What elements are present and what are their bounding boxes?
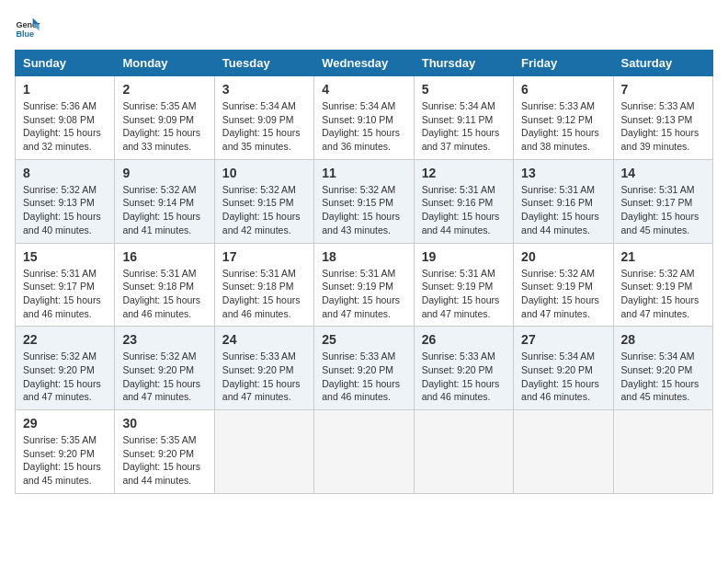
day-cell-28: 28Sunrise: 5:34 AMSunset: 9:20 PMDayligh… (613, 327, 712, 410)
day-number: 11 (322, 166, 405, 180)
day-cell-22: 22Sunrise: 5:32 AMSunset: 9:20 PMDayligh… (16, 327, 115, 410)
day-cell-17: 17Sunrise: 5:31 AMSunset: 9:18 PMDayligh… (214, 243, 313, 327)
col-sunday: Sunday (16, 51, 115, 76)
calendar-header-row: Sunday Monday Tuesday Wednesday Thursday… (16, 51, 713, 76)
day-cell-21: 21Sunrise: 5:32 AMSunset: 9:19 PMDayligh… (613, 243, 712, 327)
empty-cell (314, 410, 414, 494)
day-info: Sunrise: 5:32 AMSunset: 9:15 PMDaylight:… (222, 183, 306, 237)
day-info: Sunrise: 5:31 AMSunset: 9:16 PMDaylight:… (422, 183, 506, 237)
day-number: 15 (23, 249, 107, 264)
day-cell-2: 2Sunrise: 5:35 AMSunset: 9:09 PMDaylight… (115, 76, 214, 160)
day-cell-16: 16Sunrise: 5:31 AMSunset: 9:18 PMDayligh… (115, 243, 214, 327)
day-cell-25: 25Sunrise: 5:33 AMSunset: 9:20 PMDayligh… (314, 327, 414, 410)
empty-cell (514, 410, 613, 494)
day-number: 22 (23, 332, 107, 347)
day-cell-27: 27Sunrise: 5:34 AMSunset: 9:20 PMDayligh… (514, 327, 613, 410)
day-number: 2 (122, 82, 206, 97)
col-saturday: Saturday (613, 51, 712, 76)
day-number: 14 (621, 166, 705, 180)
empty-cell (214, 410, 313, 494)
day-number: 8 (23, 166, 107, 180)
week-row-4: 22Sunrise: 5:32 AMSunset: 9:20 PMDayligh… (16, 327, 713, 410)
day-number: 18 (322, 249, 405, 264)
day-cell-19: 19Sunrise: 5:31 AMSunset: 9:19 PMDayligh… (414, 243, 513, 327)
day-info: Sunrise: 5:33 AMSunset: 9:20 PMDaylight:… (222, 350, 306, 404)
day-info: Sunrise: 5:36 AMSunset: 9:08 PMDaylight:… (23, 99, 107, 154)
day-info: Sunrise: 5:33 AMSunset: 9:13 PMDaylight:… (621, 99, 705, 154)
col-tuesday: Tuesday (214, 51, 313, 76)
empty-cell (613, 410, 712, 494)
day-info: Sunrise: 5:31 AMSunset: 9:16 PMDaylight:… (521, 183, 605, 237)
day-info: Sunrise: 5:32 AMSunset: 9:19 PMDaylight:… (521, 267, 605, 321)
day-info: Sunrise: 5:33 AMSunset: 9:20 PMDaylight:… (322, 350, 405, 404)
day-number: 30 (122, 416, 206, 431)
day-info: Sunrise: 5:33 AMSunset: 9:12 PMDaylight:… (521, 99, 605, 154)
day-info: Sunrise: 5:31 AMSunset: 9:19 PMDaylight:… (322, 267, 405, 321)
week-row-1: 1Sunrise: 5:36 AMSunset: 9:08 PMDaylight… (16, 76, 713, 160)
day-cell-14: 14Sunrise: 5:31 AMSunset: 9:17 PMDayligh… (613, 159, 712, 243)
day-info: Sunrise: 5:32 AMSunset: 9:20 PMDaylight:… (23, 350, 107, 404)
day-number: 26 (422, 332, 506, 347)
day-info: Sunrise: 5:35 AMSunset: 9:20 PMDaylight:… (122, 433, 206, 488)
day-info: Sunrise: 5:32 AMSunset: 9:13 PMDaylight:… (23, 183, 107, 237)
day-info: Sunrise: 5:35 AMSunset: 9:20 PMDaylight:… (23, 433, 107, 488)
day-info: Sunrise: 5:31 AMSunset: 9:18 PMDaylight:… (122, 267, 206, 321)
day-number: 1 (23, 82, 107, 97)
day-number: 20 (521, 249, 605, 264)
day-cell-7: 7Sunrise: 5:33 AMSunset: 9:13 PMDaylight… (613, 76, 712, 160)
day-info: Sunrise: 5:32 AMSunset: 9:14 PMDaylight:… (122, 183, 206, 237)
day-cell-11: 11Sunrise: 5:32 AMSunset: 9:15 PMDayligh… (314, 159, 414, 243)
day-number: 25 (322, 332, 405, 347)
day-cell-15: 15Sunrise: 5:31 AMSunset: 9:17 PMDayligh… (16, 243, 115, 327)
day-cell-12: 12Sunrise: 5:31 AMSunset: 9:16 PMDayligh… (414, 159, 513, 243)
week-row-2: 8Sunrise: 5:32 AMSunset: 9:13 PMDaylight… (16, 159, 713, 243)
day-info: Sunrise: 5:33 AMSunset: 9:20 PMDaylight:… (422, 350, 506, 404)
day-number: 19 (422, 249, 506, 264)
logo-icon: General Blue (15, 15, 40, 40)
day-cell-8: 8Sunrise: 5:32 AMSunset: 9:13 PMDaylight… (16, 159, 115, 243)
day-info: Sunrise: 5:34 AMSunset: 9:20 PMDaylight:… (521, 350, 605, 404)
day-cell-10: 10Sunrise: 5:32 AMSunset: 9:15 PMDayligh… (214, 159, 313, 243)
header: General Blue (15, 15, 713, 40)
day-number: 5 (422, 82, 506, 97)
day-cell-24: 24Sunrise: 5:33 AMSunset: 9:20 PMDayligh… (214, 327, 313, 410)
day-cell-29: 29Sunrise: 5:35 AMSunset: 9:20 PMDayligh… (16, 410, 115, 494)
day-cell-4: 4Sunrise: 5:34 AMSunset: 9:10 PMDaylight… (314, 76, 414, 160)
col-friday: Friday (514, 51, 613, 76)
day-cell-6: 6Sunrise: 5:33 AMSunset: 9:12 PMDaylight… (514, 76, 613, 160)
day-number: 28 (621, 332, 705, 347)
day-info: Sunrise: 5:31 AMSunset: 9:17 PMDaylight:… (23, 267, 107, 321)
svg-text:Blue: Blue (16, 29, 34, 39)
day-cell-3: 3Sunrise: 5:34 AMSunset: 9:09 PMDaylight… (214, 76, 313, 160)
col-wednesday: Wednesday (314, 51, 414, 76)
day-number: 24 (222, 332, 306, 347)
day-info: Sunrise: 5:34 AMSunset: 9:10 PMDaylight:… (322, 99, 405, 154)
day-cell-13: 13Sunrise: 5:31 AMSunset: 9:16 PMDayligh… (514, 159, 613, 243)
empty-cell (414, 410, 513, 494)
day-number: 4 (322, 82, 405, 97)
day-number: 16 (122, 249, 206, 264)
day-cell-30: 30Sunrise: 5:35 AMSunset: 9:20 PMDayligh… (115, 410, 214, 494)
day-cell-23: 23Sunrise: 5:32 AMSunset: 9:20 PMDayligh… (115, 327, 214, 410)
logo: General Blue (15, 15, 40, 40)
day-number: 7 (621, 82, 705, 97)
day-number: 10 (222, 166, 306, 180)
day-number: 17 (222, 249, 306, 264)
col-thursday: Thursday (414, 51, 513, 76)
day-cell-5: 5Sunrise: 5:34 AMSunset: 9:11 PMDaylight… (414, 76, 513, 160)
week-row-3: 15Sunrise: 5:31 AMSunset: 9:17 PMDayligh… (16, 243, 713, 327)
day-info: Sunrise: 5:35 AMSunset: 9:09 PMDaylight:… (122, 99, 206, 154)
day-number: 13 (521, 166, 605, 180)
day-info: Sunrise: 5:31 AMSunset: 9:17 PMDaylight:… (621, 183, 705, 237)
day-info: Sunrise: 5:31 AMSunset: 9:19 PMDaylight:… (422, 267, 506, 321)
col-monday: Monday (115, 51, 214, 76)
day-number: 12 (422, 166, 506, 180)
day-cell-1: 1Sunrise: 5:36 AMSunset: 9:08 PMDaylight… (16, 76, 115, 160)
day-info: Sunrise: 5:34 AMSunset: 9:09 PMDaylight:… (222, 99, 306, 154)
day-info: Sunrise: 5:34 AMSunset: 9:20 PMDaylight:… (621, 350, 705, 404)
day-cell-20: 20Sunrise: 5:32 AMSunset: 9:19 PMDayligh… (514, 243, 613, 327)
week-row-5: 29Sunrise: 5:35 AMSunset: 9:20 PMDayligh… (16, 410, 713, 494)
day-cell-26: 26Sunrise: 5:33 AMSunset: 9:20 PMDayligh… (414, 327, 513, 410)
day-number: 21 (621, 249, 705, 264)
day-number: 23 (122, 332, 206, 347)
